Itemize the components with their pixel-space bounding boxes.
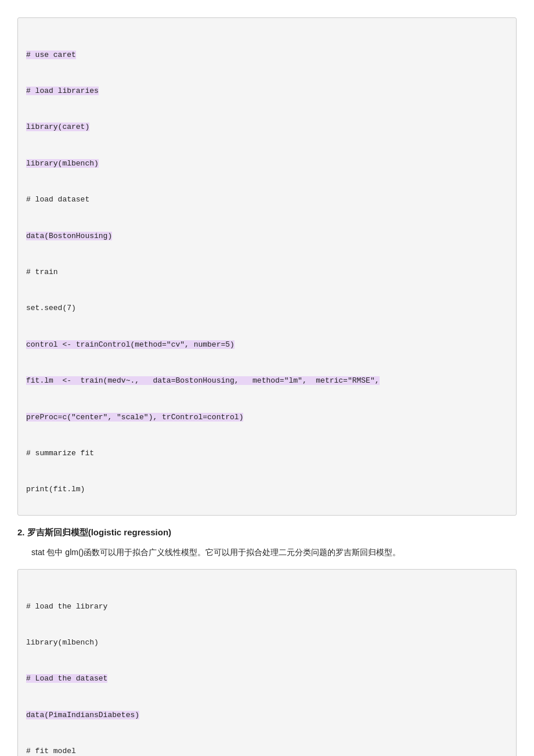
code-block-1: # use caret # load libraries library(car…	[17, 17, 517, 516]
highlighted-text: fit.lm <- train(medv~., data=BostonHousi…	[26, 376, 380, 385]
highlighted-text: # Load the dataset	[26, 674, 107, 683]
highlighted-text: # use caret	[26, 51, 76, 59]
highlighted-text: # load libraries	[26, 87, 99, 95]
code-line: library(mlbench)	[26, 158, 508, 170]
highlighted-text: library(caret)	[26, 123, 89, 131]
highlighted-text: control <- trainControl(method="cv", num…	[26, 340, 234, 349]
code-line: print(fit.lm)	[26, 484, 508, 496]
code-line: # load dataset	[26, 194, 508, 206]
code-line: # use caret	[26, 49, 508, 62]
highlighted-text: data(BostonHousing)	[26, 232, 112, 240]
code-line: preProc=c("center", "scale"), trControl=…	[26, 412, 508, 424]
code-line: library(caret)	[26, 121, 508, 134]
section-paragraph: stat 包中 glm()函数可以用于拟合广义线性模型。它可以用于拟合处理二元分…	[17, 545, 517, 560]
code-line: # train	[26, 267, 508, 279]
code-line: fit.lm <- train(medv~., data=BostonHousi…	[26, 375, 508, 387]
section-heading-2: 2. 罗吉斯回归模型(logistic regression)	[17, 527, 517, 538]
highlighted-text: library(mlbench)	[26, 159, 99, 168]
code-line: data(PimaIndiansDiabetes)	[26, 710, 508, 722]
code-line: # load libraries	[26, 85, 508, 98]
section-heading-text: 2. 罗吉斯回归模型(logistic regression)	[17, 527, 171, 537]
code-line: control <- trainControl(method="cv", num…	[26, 339, 508, 351]
highlighted-text: data(PimaIndiansDiabetes)	[26, 711, 139, 719]
code-line: # load the library	[26, 601, 508, 613]
code-line: library(mlbench)	[26, 637, 508, 649]
code-line: # Load the dataset	[26, 673, 508, 685]
code-line: # fit model	[26, 746, 508, 756]
code-line: # summarize fit	[26, 448, 508, 460]
code-line: data(BostonHousing)	[26, 231, 508, 243]
code-line: set.seed(7)	[26, 303, 508, 315]
highlighted-text: preProc=c("center", "scale"), trControl=…	[26, 413, 243, 422]
code-block-2: # load the library library(mlbench) # Lo…	[17, 569, 517, 756]
